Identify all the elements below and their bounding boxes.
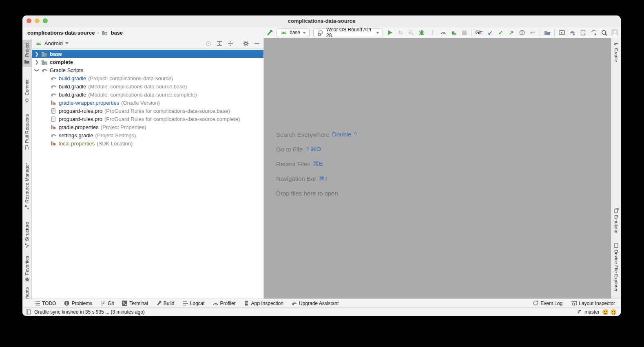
wear-device-icon [317,29,324,36]
git-commit-icon[interactable]: ✓ [497,29,504,36]
tool-tab-label: Event Log [540,301,562,306]
tool-tab-project[interactable]: Project [22,40,31,67]
gradle-icon [50,91,57,98]
tool-tab-label: Resource Manager [24,163,29,203]
android-icon [280,29,287,36]
chevron-right-icon[interactable]: ❯ [35,51,39,57]
tool-tab-profiler[interactable]: Profiler [213,301,236,306]
toolbar-divider [540,29,540,36]
collapse-all-icon[interactable] [227,40,234,47]
tree-item-annotation: (SDK Location) [97,141,133,147]
git-branch-name[interactable]: master [584,309,600,315]
search-icon[interactable] [601,29,608,36]
chevron-down-icon[interactable] [65,42,69,44]
happy-face-icon[interactable] [602,310,608,315]
tool-tab-emulator[interactable]: Emulator [611,208,621,234]
breadcrumb-separator: › [97,30,99,35]
tree-item-base[interactable]: ❯ base [32,50,263,58]
run-configuration-select[interactable]: base [277,28,310,37]
project-structure-icon[interactable] [544,29,551,36]
rollback-icon[interactable]: ↩ [529,29,536,36]
tool-tab-problems[interactable]: Problems [64,301,92,306]
gear-icon[interactable] [242,40,249,47]
tool-tab-app-inspection[interactable]: App Inspection [244,301,283,306]
shortcut-line: Go to File ⇧⌘O [276,142,358,156]
git-push-icon[interactable]: ↗ [508,29,515,36]
profile-icon[interactable] [611,29,618,36]
editor-area[interactable]: Search Everywhere Double ⇧ Go to File ⇧⌘… [264,38,611,299]
sync-gradle-icon[interactable] [590,29,597,36]
tool-tab-logcat[interactable]: Logcat [183,301,205,306]
tree-item-build-gradle-base[interactable]: build.gradle (Module: complications-data… [32,82,263,90]
tree-item-proguard-rules-complete[interactable]: proguard-rules.pro (ProGuard Rules for c… [32,115,263,123]
git-branch-icon [100,301,106,306]
apply-code-changes-icon[interactable] [408,29,415,36]
tree-item-gradle-properties[interactable]: gradle.properties (Project Properties) [32,123,263,131]
tree-item-gradle-scripts[interactable]: ❯ Gradle Scripts [32,66,263,74]
tool-tab-terminal[interactable]: Terminal [122,301,148,306]
sad-face-icon[interactable] [611,310,616,315]
git-label: Git: [475,30,483,35]
tool-tab-label: Favorites [24,256,29,275]
tool-tab-event-log[interactable]: Event Log [533,301,562,306]
shortcut-line: Drop files here to open [276,186,358,200]
tree-item-proguard-rules-base[interactable]: proguard-rules.pro (ProGuard Rules for c… [32,107,263,115]
tree-item-complete[interactable]: ❯ complete [32,58,263,66]
apply-changes-icon[interactable]: ⤴ [429,29,436,36]
tree-item-annotation: (Project Properties) [101,124,146,130]
toggle-tool-windows-icon[interactable] [26,310,31,315]
tool-tab-label: Git [108,301,114,306]
emulator-icon [613,208,619,213]
git-update-icon[interactable]: ↙ [487,29,494,36]
profiler-icon[interactable] [440,29,447,36]
run-button[interactable] [387,29,394,36]
tool-tab-layout-inspector[interactable]: Layout Inspector [571,301,615,306]
hide-panel-icon[interactable] [253,40,260,47]
breadcrumb-project[interactable]: complications-data-source [27,30,95,36]
stop-button[interactable] [461,29,468,36]
tool-tab-upgrade-assistant[interactable]: Upgrade Assistant [292,301,339,306]
attach-debugger-icon[interactable] [450,29,457,36]
status-message[interactable]: Gradle sync finished in 35 s 935 ... (3 … [34,309,145,315]
tree-item-name: proguard-rules.pro [59,116,102,122]
tool-tab-label: App Inspection [251,301,283,306]
tool-tab-commit[interactable]: Commit [22,79,31,103]
tree-item-gradle-wrapper-properties[interactable]: gradle-wrapper.properties (Gradle Versio… [32,99,263,107]
tree-item-local-properties[interactable]: local.properties (SDK Location) [32,139,263,147]
breadcrumb-module[interactable]: base [111,30,123,36]
tool-tab-build[interactable]: Build [156,301,175,306]
tree-item-build-gradle-project[interactable]: build.gradle (Project: complications-dat… [32,74,263,82]
avd-manager-icon[interactable] [558,29,565,36]
apply-changes-restart-icon[interactable]: ↻ [397,29,404,36]
tool-tab-gradle[interactable]: Gradle [611,41,621,62]
device-manager-icon[interactable] [580,29,586,36]
tree-item-name: local.properties [59,141,95,147]
tool-tab-label: Emulator [614,215,619,234]
project-view-selector[interactable]: Android [44,40,63,46]
tool-tab-resource-manager[interactable]: Resource Manager [22,163,31,210]
tree-item-build-gradle-complete[interactable]: build.gradle (Module: complications-data… [32,90,263,99]
tool-tab-label: Pull Requests [24,114,29,143]
device-select[interactable]: Wear OS Round API 28 [313,28,383,37]
tool-tab-favorites[interactable]: Favorites [22,256,31,282]
tool-tab-git[interactable]: Git [100,301,114,306]
tool-tab-device-file-explorer[interactable]: Device File Explorer [611,242,621,292]
tool-tab-todo[interactable]: TODO [35,301,56,306]
history-icon[interactable] [518,29,525,36]
tool-tab-build-variants[interactable]: Build Variants [22,287,31,299]
chevron-down-icon[interactable]: ❯ [34,68,40,72]
android-studio-window: complications-data-source complications-… [22,15,621,316]
tool-tab-structure[interactable]: Structure [22,222,31,248]
tree-item-name: build.gradle [59,92,86,98]
tree-item-name: proguard-rules.pro [59,108,102,114]
chevron-right-icon[interactable]: ❯ [35,59,39,65]
locate-file-icon[interactable] [205,40,212,47]
project-tree: ❯ base ❯ complete ❯ Gradle Scripts buil [32,49,263,147]
tree-item-settings-gradle[interactable]: settings.gradle (Project Settings) [32,131,263,139]
hammer-icon[interactable] [266,29,273,36]
expand-all-icon[interactable] [216,40,223,47]
tool-tab-pull-requests[interactable]: Pull Requests [22,114,31,150]
chevron-down-icon [376,32,379,34]
sdk-manager-icon[interactable] [569,29,576,36]
debug-button[interactable] [418,29,425,36]
